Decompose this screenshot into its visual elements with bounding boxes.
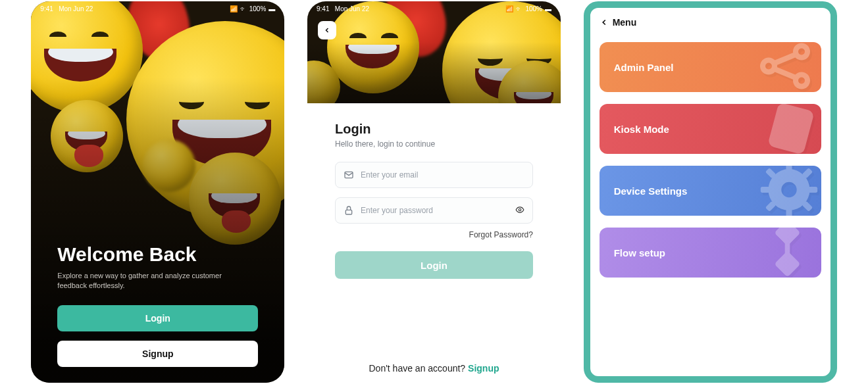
chevron-left-icon bbox=[323, 26, 331, 34]
signup-button[interactable]: Signup bbox=[57, 341, 258, 367]
tile-kiosk-mode[interactable]: Kiosk Mode bbox=[600, 104, 821, 154]
menu-screen: Menu Admin Panel Kiosk Mode Device Setti… bbox=[584, 1, 837, 383]
login-heading: Login bbox=[335, 122, 533, 137]
status-date: Mon Jun 22 bbox=[59, 5, 93, 12]
share-nodes-icon bbox=[753, 42, 819, 92]
email-field-wrapper[interactable] bbox=[335, 162, 533, 188]
status-bar: 9:41 Mon Jun 22 📶 ᯤ 100% ▬ bbox=[31, 1, 284, 14]
svg-line-7 bbox=[774, 69, 796, 78]
emoji-background bbox=[307, 1, 561, 103]
login-submit-button[interactable]: Login bbox=[335, 251, 533, 279]
svg-point-3 bbox=[763, 61, 775, 72]
menu-back[interactable]: Menu bbox=[600, 17, 821, 28]
status-battery: 100% bbox=[525, 5, 542, 12]
show-password-icon[interactable] bbox=[515, 205, 524, 216]
welcome-screen: 9:41 Mon Jun 22 📶 ᯤ 100% ▬ Welcome Back … bbox=[31, 1, 284, 383]
status-bar: 9:41 Mon Jun 22 📶 ᯤ 100% ▬ bbox=[307, 1, 561, 14]
login-screen: 9:41 Mon Jun 22 📶 ᯤ 100% ▬ Login Hello t… bbox=[307, 1, 561, 383]
svg-rect-1 bbox=[345, 210, 351, 214]
lock-icon bbox=[344, 205, 354, 216]
password-input[interactable] bbox=[361, 206, 509, 215]
tile-flow-setup[interactable]: Flow setup bbox=[600, 228, 821, 278]
svg-rect-9 bbox=[786, 166, 792, 171]
tile-label: Admin Panel bbox=[614, 62, 674, 73]
battery-icon: ▬ bbox=[545, 5, 551, 12]
svg-rect-10 bbox=[786, 208, 792, 216]
mail-icon bbox=[344, 170, 354, 180]
menu-title: Menu bbox=[613, 17, 637, 28]
wifi-icon: ᯤ bbox=[240, 5, 247, 12]
svg-point-2 bbox=[519, 208, 521, 211]
tablet-icon bbox=[759, 104, 819, 154]
svg-line-6 bbox=[774, 55, 796, 64]
tile-label: Kiosk Mode bbox=[614, 124, 669, 135]
signup-link[interactable]: Signup bbox=[468, 363, 499, 374]
chevron-left-icon bbox=[600, 18, 609, 27]
battery-icon: ▬ bbox=[268, 5, 275, 12]
tile-label: Flow setup bbox=[614, 247, 665, 258]
signal-icon: 📶 bbox=[230, 5, 238, 12]
tile-device-settings[interactable]: Device Settings bbox=[600, 166, 821, 216]
back-button[interactable] bbox=[318, 21, 336, 39]
password-field-wrapper[interactable] bbox=[335, 197, 533, 224]
gear-icon bbox=[759, 166, 819, 216]
welcome-title: Welcome Back bbox=[57, 243, 258, 266]
login-subheading: Hello there, login to continue bbox=[335, 139, 533, 149]
tile-admin-panel[interactable]: Admin Panel bbox=[600, 42, 821, 92]
signal-icon: 📶 bbox=[505, 5, 513, 12]
svg-rect-12 bbox=[807, 187, 817, 193]
signup-prompt-text: Don't have an account? bbox=[369, 363, 468, 374]
svg-point-5 bbox=[796, 75, 807, 87]
forgot-password-link[interactable]: Forgot Password? bbox=[335, 230, 533, 239]
signup-prompt-line: Don't have an account? Signup bbox=[307, 363, 561, 374]
welcome-subtitle: Explore a new way to gather and analyze … bbox=[57, 271, 222, 291]
tile-label: Device Settings bbox=[614, 185, 688, 197]
status-date: Mon Jun 22 bbox=[335, 5, 369, 12]
flow-icon bbox=[756, 228, 819, 278]
status-battery: 100% bbox=[249, 5, 267, 12]
email-input[interactable] bbox=[361, 170, 524, 180]
svg-rect-11 bbox=[760, 187, 769, 193]
wifi-icon: ᯤ bbox=[516, 5, 523, 12]
status-time: 9:41 bbox=[317, 5, 329, 12]
svg-rect-8 bbox=[767, 104, 815, 154]
status-time: 9:41 bbox=[40, 5, 53, 12]
svg-point-4 bbox=[796, 46, 807, 58]
login-button[interactable]: Login bbox=[57, 305, 258, 331]
svg-rect-19 bbox=[784, 239, 790, 258]
